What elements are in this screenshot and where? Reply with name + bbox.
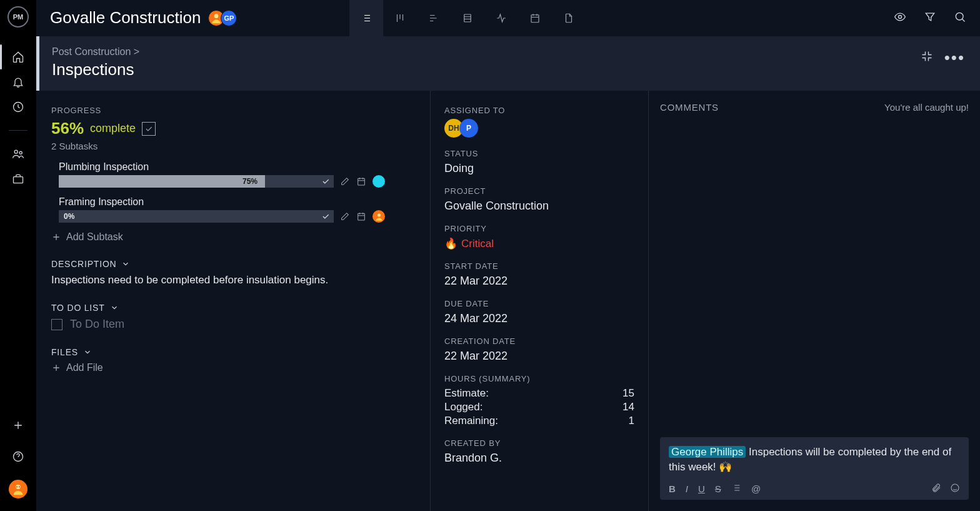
created-by-value: Brandon G. — [444, 452, 634, 465]
calendar-icon[interactable] — [356, 176, 366, 186]
pane-details: ASSIGNED TO DH P STATUS Doing PROJECT Go… — [430, 91, 649, 511]
assignee-avatar[interactable]: P — [459, 119, 478, 138]
app-logo[interactable]: PM — [8, 6, 29, 28]
due-date-value[interactable]: 24 Mar 2022 — [444, 312, 634, 325]
view-file-icon[interactable] — [552, 0, 586, 36]
format-underline-button[interactable]: U — [698, 483, 705, 494]
nav-help-icon[interactable] — [11, 450, 25, 463]
nav-people-icon[interactable] — [11, 147, 25, 161]
pane-progress: PROGRESS 56% complete 2 Subtasks Plumbin… — [36, 91, 430, 511]
assignee-avatars[interactable]: DH P — [444, 119, 634, 138]
format-strike-button[interactable]: S — [715, 483, 721, 494]
avatar-initials[interactable]: GP — [221, 10, 237, 26]
composer-toolbar: B I U S @ — [669, 483, 960, 495]
search-icon[interactable] — [954, 11, 966, 26]
subtask-progress-bar[interactable]: 0% — [59, 210, 334, 223]
view-gantt-icon[interactable] — [417, 0, 451, 36]
watch-icon[interactable] — [894, 11, 906, 26]
comments-label: COMMENTS — [660, 102, 719, 113]
add-subtask-label: Add Subtask — [66, 231, 123, 243]
pane-comments: COMMENTS You're all caught up! George Ph… — [649, 91, 980, 511]
nav-add-icon[interactable] — [11, 418, 25, 432]
format-italic-button[interactable]: I — [686, 483, 688, 494]
status-value[interactable]: Doing — [444, 162, 634, 175]
complete-checkbox[interactable] — [142, 122, 156, 136]
todo-checkbox[interactable] — [51, 319, 62, 330]
attach-icon[interactable] — [931, 483, 941, 495]
svg-point-12 — [956, 13, 963, 20]
chevron-down-icon[interactable] — [83, 348, 92, 357]
subtask-assignee-avatar[interactable] — [372, 175, 385, 188]
add-file-button[interactable]: Add File — [51, 362, 415, 373]
mention-button[interactable]: @ — [751, 483, 761, 494]
description-text[interactable]: Inspections need to be completed before … — [51, 274, 415, 286]
view-board-icon[interactable] — [383, 0, 417, 36]
calendar-icon[interactable] — [356, 211, 366, 221]
breadcrumb[interactable]: Post Construction > — [52, 46, 139, 58]
description-label: DESCRIPTION — [51, 259, 116, 269]
hours-remaining-value: 1 — [629, 415, 634, 427]
main-area: Govalle Construction GP Post Constructio… — [36, 0, 980, 511]
files-label: FILES — [51, 347, 78, 357]
hours-remaining-label: Remaining: — [444, 415, 498, 427]
start-date-value[interactable]: 22 Mar 2022 — [444, 275, 634, 288]
topbar: Govalle Construction GP — [36, 0, 980, 36]
subtask-row: Plumbing Inspection 75% — [59, 161, 415, 188]
chevron-down-icon[interactable] — [110, 303, 119, 312]
collapse-icon[interactable] — [921, 50, 933, 65]
task-title: Inspections — [52, 60, 139, 79]
svg-point-2 — [19, 151, 22, 154]
due-date-label: DUE DATE — [444, 299, 634, 308]
project-value[interactable]: Govalle Construction — [444, 200, 634, 213]
nav-user-avatar[interactable] — [9, 480, 28, 498]
add-file-label: Add File — [66, 362, 103, 373]
svg-rect-3 — [14, 177, 23, 183]
composer-text[interactable]: George Phillips Inspections will be comp… — [669, 445, 960, 475]
subtask-assignee-avatar[interactable] — [372, 210, 385, 223]
view-calendar-icon[interactable] — [518, 0, 552, 36]
svg-point-8 — [214, 14, 219, 18]
view-activity-icon[interactable] — [484, 0, 518, 36]
chevron-down-icon[interactable] — [121, 260, 130, 268]
filter-icon[interactable] — [924, 11, 936, 26]
svg-point-6 — [16, 486, 18, 487]
view-sheet-icon[interactable] — [451, 0, 484, 36]
subtask-progress-bar[interactable]: 75% — [59, 175, 334, 188]
flame-icon: 🔥 — [444, 237, 458, 250]
progress-complete-word: complete — [90, 122, 136, 135]
project-title[interactable]: Govalle Construction — [50, 8, 201, 28]
nav-briefcase-icon[interactable] — [11, 172, 25, 186]
subtasks-count: 2 Subtasks — [51, 141, 415, 151]
nav-history-icon[interactable] — [11, 100, 25, 114]
format-list-button[interactable] — [731, 483, 741, 495]
add-subtask-button[interactable]: Add Subtask — [51, 231, 415, 243]
subtask-row: Framing Inspection 0% — [59, 196, 415, 223]
status-label: STATUS — [444, 149, 634, 158]
more-menu-icon[interactable]: ••• — [944, 54, 965, 61]
subtask-name[interactable]: Framing Inspection — [59, 196, 415, 208]
project-avatars[interactable]: GP — [212, 10, 237, 26]
svg-rect-14 — [358, 213, 365, 220]
svg-point-11 — [899, 15, 902, 18]
view-list-icon[interactable] — [349, 0, 383, 36]
hours-estimate-value: 15 — [622, 387, 634, 400]
nav-home-icon[interactable] — [11, 50, 25, 64]
view-switcher — [349, 0, 586, 36]
comment-composer[interactable]: George Phillips Inspections will be comp… — [660, 437, 969, 500]
hours-label: HOURS (SUMMARY) — [444, 374, 634, 383]
mention-chip[interactable]: George Phillips — [669, 446, 746, 458]
subtask-name[interactable]: Plumbing Inspection — [59, 161, 415, 173]
emoji-icon[interactable] — [950, 483, 960, 495]
priority-value[interactable]: 🔥 Critical — [444, 237, 634, 250]
priority-label: PRIORITY — [444, 224, 634, 233]
hours-logged-value: 14 — [622, 401, 634, 413]
format-bold-button[interactable]: B — [669, 483, 676, 494]
todo-add-row[interactable]: To Do Item — [51, 318, 415, 331]
edit-icon[interactable] — [340, 176, 350, 186]
left-rail: PM — [0, 0, 36, 511]
project-label: PROJECT — [444, 186, 634, 196]
edit-icon[interactable] — [340, 211, 350, 221]
svg-point-15 — [378, 213, 381, 216]
nav-bell-icon[interactable] — [11, 75, 25, 89]
progress-label: PROGRESS — [51, 106, 415, 115]
